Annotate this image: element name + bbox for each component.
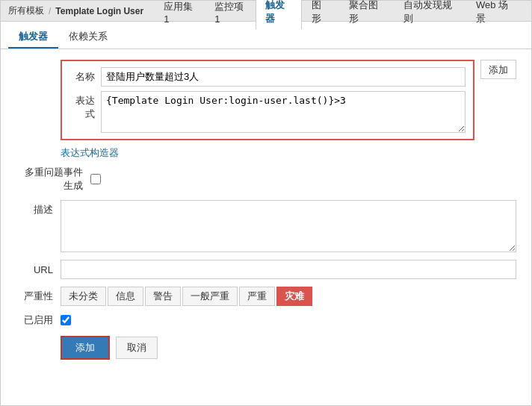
severity-row: 严重性 未分类 信息 警告 一般严重 严重 灾难 [16, 287, 516, 306]
desc-textarea[interactable] [61, 200, 516, 252]
add-button-outline: 添加 [61, 336, 110, 360]
enabled-row: 已启用 [16, 313, 516, 327]
action-row: 添加 取消 [16, 336, 516, 360]
sev-btn-average[interactable]: 一般严重 [182, 287, 238, 306]
expr-row: 表达式 {Template Login User:login-user.last… [69, 91, 466, 133]
nav-tab-discovery[interactable]: 自动发现规则 [394, 0, 466, 29]
name-row: 名称 [69, 67, 466, 87]
url-row: URL [16, 260, 516, 279]
add-expr-button[interactable]: 添加 [480, 60, 516, 79]
enabled-label: 已启用 [16, 313, 61, 327]
nav-tab-apps[interactable]: 应用集1 [154, 0, 205, 28]
expr-builder-row: 表达式构造器 [16, 146, 516, 160]
sev-btn-info[interactable]: 信息 [108, 287, 143, 306]
sev-btn-warning[interactable]: 警告 [145, 287, 181, 306]
enabled-checkbox[interactable] [61, 315, 71, 325]
nav-tab-trigger[interactable]: 触发器 [256, 0, 302, 29]
nav-tab-monitor[interactable]: 监控项1 [205, 0, 256, 28]
breadcrumb-root[interactable]: 所有模板 [8, 4, 44, 17]
sub-tab-trigger[interactable]: 触发器 [8, 26, 58, 49]
expr-builder-link[interactable]: 表达式构造器 [61, 146, 119, 160]
sev-btn-disaster[interactable]: 灾难 [278, 288, 311, 304]
sev-btn-high[interactable]: 严重 [239, 287, 275, 306]
multi-issue-checkbox[interactable] [90, 174, 101, 184]
sev-btn-unclassified[interactable]: 未分类 [61, 287, 106, 306]
name-input[interactable] [101, 67, 466, 87]
content-area: 名称 表达式 {Template Login User:login-user.l… [1, 49, 531, 367]
url-input[interactable] [61, 260, 516, 279]
nav-tab-graph[interactable]: 图形 [302, 0, 339, 29]
nav-tab-web[interactable]: Web 场景 [466, 0, 524, 29]
nav-tabs: 应用集1 监控项1 触发器 图形 聚合图形 自动发现规则 Web 场景 [154, 0, 524, 28]
name-expr-section: 名称 表达式 {Template Login User:login-user.l… [16, 60, 516, 140]
name-expr-block: 名称 表达式 {Template Login User:login-user.l… [61, 60, 474, 140]
nav-tab-aggregate[interactable]: 聚合图形 [339, 0, 394, 29]
severity-buttons: 未分类 信息 警告 一般严重 严重 灾难 [61, 287, 312, 306]
add-button[interactable]: 添加 [62, 337, 108, 358]
disaster-outline: 灾难 [276, 287, 312, 306]
sub-tab-dependency[interactable]: 依赖关系 [58, 26, 118, 49]
expr-textarea[interactable]: {Template Login User:login-user.last()}>… [101, 91, 466, 133]
main-container: 所有模板 / Template Login User 应用集1 监控项1 触发器… [0, 0, 532, 406]
name-label: 名称 [69, 70, 101, 84]
breadcrumb-current: Template Login User [55, 6, 143, 16]
desc-row: 描述 [16, 200, 516, 252]
breadcrumb: 所有模板 / Template Login User 应用集1 监控项1 触发器… [1, 1, 531, 22]
expr-label: 表达式 [69, 91, 101, 121]
cancel-button[interactable]: 取消 [116, 337, 158, 359]
desc-label: 描述 [16, 200, 61, 216]
multi-issue-row: 多重问题事件生成 [16, 166, 516, 193]
breadcrumb-sep: / [49, 6, 51, 16]
multi-issue-label: 多重问题事件生成 [16, 166, 90, 193]
url-label: URL [16, 264, 61, 275]
severity-label: 严重性 [16, 290, 61, 303]
